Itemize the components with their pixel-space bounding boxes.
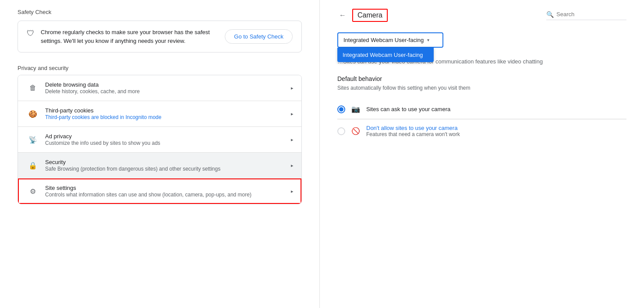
delete-browsing-label: Delete browsing data	[45, 81, 291, 88]
radio-block-button[interactable]	[337, 127, 345, 135]
chevron-right-icon: ▸	[291, 163, 294, 168]
ad-privacy-icon: 📡	[26, 136, 40, 144]
left-panel: Safety Check 🛡 Chrome regularly checks t…	[0, 0, 320, 308]
camera-block-icon: 🚫	[350, 127, 361, 135]
menu-item-ad-privacy[interactable]: 📡 Ad privacy Customize the info used by …	[18, 127, 301, 153]
radio-block-label-group: Don't allow sites to use your camera Fea…	[366, 125, 460, 137]
third-party-cookies-label: Third-party cookies	[45, 107, 291, 114]
camera-header-left: ← Camera	[337, 9, 388, 22]
lock-icon: 🔒	[26, 161, 40, 170]
menu-content-site-settings: Site settings Controls what information …	[45, 185, 291, 198]
menu-item-site-settings[interactable]: ⚙ Site settings Controls what informatio…	[18, 178, 301, 204]
right-panel: ← Camera 🔍 Integrated Webcam User-facing…	[320, 0, 644, 308]
dropdown-caret-icon: ▾	[427, 38, 429, 42]
safety-check-card-left: 🛡 Chrome regularly checks to make sure y…	[27, 28, 225, 45]
radio-block-label-text: Don't allow sites to use your camera	[366, 125, 460, 131]
safety-check-main-text: Chrome regularly checks to make sure you…	[41, 28, 225, 45]
privacy-security-title: Privacy and security	[18, 65, 302, 71]
radio-option-allow[interactable]: 📷 Sites can ask to use your camera	[337, 100, 626, 119]
safety-check-text: Chrome regularly checks to make sure you…	[41, 28, 225, 45]
delete-browsing-sublabel: Delete history, cookies, cache, and more	[45, 88, 291, 94]
chevron-right-icon: ▸	[291, 189, 294, 194]
camera-title: Camera	[352, 9, 388, 22]
site-settings-sublabel: Controls what information sites can use …	[45, 192, 291, 198]
menu-content-security: Security Safe Browsing (protection from …	[45, 159, 291, 172]
dropdown-selected-label: Integrated Webcam User-facing	[343, 37, 424, 43]
radio-allow-label: Sites can ask to use your camera	[366, 106, 450, 112]
menu-item-third-party-cookies[interactable]: 🍪 Third-party cookies Third-party cookie…	[18, 101, 301, 127]
camera-header: ← Camera 🔍	[337, 9, 626, 22]
camera-dropdown-menu: Integrated Webcam User-facing	[337, 48, 434, 62]
search-icon: 🔍	[546, 11, 554, 18]
menu-content-ad-privacy: Ad privacy Customize the info used by si…	[45, 133, 291, 146]
safety-check-card: 🛡 Chrome regularly checks to make sure y…	[18, 21, 302, 52]
site-settings-icon: ⚙	[26, 187, 40, 196]
radio-allow-label-text: Sites can ask to use your camera	[366, 106, 450, 112]
cookie-icon: 🍪	[26, 110, 40, 118]
camera-dropdown-button[interactable]: Integrated Webcam User-facing ▾	[337, 32, 443, 48]
radio-option-block[interactable]: 🚫 Don't allow sites to use your camera F…	[337, 119, 626, 143]
camera-allow-icon: 📷	[350, 105, 361, 113]
chevron-right-icon: ▸	[291, 137, 294, 143]
radio-allow-button[interactable]	[337, 105, 345, 113]
chevron-right-icon: ▸	[291, 111, 294, 117]
safety-check-title: Safety Check	[18, 9, 302, 15]
back-button[interactable]: ←	[337, 10, 348, 21]
privacy-menu-card: 🗑 Delete browsing data Delete history, c…	[18, 75, 302, 204]
menu-content-third-party-cookies: Third-party cookies Third-party cookies …	[45, 107, 291, 120]
ad-privacy-label: Ad privacy	[45, 133, 291, 140]
site-settings-label: Site settings	[45, 185, 291, 191]
search-input[interactable]	[556, 11, 626, 18]
menu-item-security[interactable]: 🔒 Security Safe Browsing (protection fro…	[18, 153, 301, 178]
default-behavior-sub: Sites automatically follow this setting …	[337, 85, 626, 91]
default-behavior-title: Default behavior	[337, 75, 626, 82]
go-safety-check-button[interactable]: Go to Safety Check	[225, 29, 293, 44]
menu-content-delete-browsing: Delete browsing data Delete history, coo…	[45, 81, 291, 94]
security-label: Security	[45, 159, 291, 165]
dropdown-option-integrated-webcam[interactable]: Integrated Webcam User-facing	[337, 48, 434, 62]
radio-block-sublabel: Features that need a camera won't work	[366, 131, 460, 137]
search-box: 🔍	[546, 11, 626, 20]
trash-icon: 🗑	[26, 84, 40, 92]
security-sublabel: Safe Browsing (protection from dangerous…	[45, 166, 291, 172]
chevron-right-icon: ▸	[291, 85, 294, 91]
ad-privacy-sublabel: Customize the info used by sites to show…	[45, 140, 291, 146]
camera-dropdown-area: Integrated Webcam User-facing ▾ Integrat…	[337, 32, 443, 48]
shield-icon: 🛡	[27, 29, 35, 38]
menu-item-delete-browsing[interactable]: 🗑 Delete browsing data Delete history, c…	[18, 75, 301, 101]
third-party-cookies-sublabel: Third-party cookies are blocked in Incog…	[45, 114, 291, 120]
